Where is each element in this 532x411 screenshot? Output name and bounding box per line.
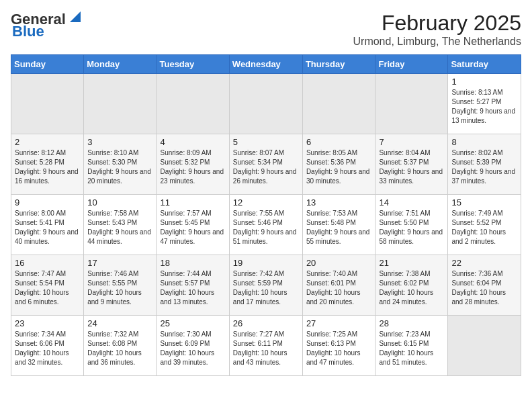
calendar-cell bbox=[229, 74, 302, 134]
day-number: 3 bbox=[87, 137, 152, 147]
calendar-cell: 23Sunrise: 7:34 AM Sunset: 6:06 PM Dayli… bbox=[11, 316, 84, 376]
day-info: Sunrise: 7:46 AM Sunset: 5:55 PM Dayligh… bbox=[87, 269, 152, 307]
calendar-cell: 8Sunrise: 8:02 AM Sunset: 5:39 PM Daylig… bbox=[448, 134, 521, 195]
calendar-cell: 26Sunrise: 7:27 AM Sunset: 6:11 PM Dayli… bbox=[229, 316, 302, 376]
day-number: 25 bbox=[160, 318, 225, 328]
weekday-header: Friday bbox=[375, 55, 448, 74]
calendar-cell: 24Sunrise: 7:32 AM Sunset: 6:08 PM Dayli… bbox=[84, 316, 157, 376]
calendar-cell: 9Sunrise: 8:00 AM Sunset: 5:41 PM Daylig… bbox=[11, 195, 84, 255]
day-number: 1 bbox=[451, 77, 517, 87]
calendar-week-row: 1Sunrise: 8:13 AM Sunset: 5:27 PM Daylig… bbox=[11, 74, 521, 134]
calendar-header-row: SundayMondayTuesdayWednesdayThursdayFrid… bbox=[11, 55, 521, 74]
calendar-cell: 14Sunrise: 7:51 AM Sunset: 5:50 PM Dayli… bbox=[375, 195, 448, 255]
location-title: Urmond, Limburg, The Netherlands bbox=[353, 36, 522, 48]
logo: General Blue bbox=[11, 11, 83, 40]
calendar-cell: 22Sunrise: 7:36 AM Sunset: 6:04 PM Dayli… bbox=[448, 255, 521, 316]
day-info: Sunrise: 7:42 AM Sunset: 5:59 PM Dayligh… bbox=[233, 269, 299, 307]
day-number: 17 bbox=[87, 258, 152, 268]
day-number: 23 bbox=[15, 318, 80, 328]
day-number: 16 bbox=[15, 258, 80, 268]
calendar-week-row: 9Sunrise: 8:00 AM Sunset: 5:41 PM Daylig… bbox=[11, 195, 521, 255]
day-info: Sunrise: 7:27 AM Sunset: 6:11 PM Dayligh… bbox=[233, 330, 299, 367]
day-info: Sunrise: 7:34 AM Sunset: 6:06 PM Dayligh… bbox=[15, 330, 80, 367]
day-info: Sunrise: 8:07 AM Sunset: 5:34 PM Dayligh… bbox=[233, 148, 299, 186]
calendar-week-row: 16Sunrise: 7:47 AM Sunset: 5:54 PM Dayli… bbox=[11, 255, 521, 316]
logo-blue: Blue bbox=[12, 23, 44, 40]
weekday-header: Sunday bbox=[11, 55, 84, 74]
day-info: Sunrise: 8:09 AM Sunset: 5:32 PM Dayligh… bbox=[160, 148, 225, 186]
calendar-cell bbox=[302, 74, 375, 134]
calendar-cell bbox=[375, 74, 448, 134]
calendar-cell: 25Sunrise: 7:30 AM Sunset: 6:09 PM Dayli… bbox=[157, 316, 229, 376]
day-number: 2 bbox=[15, 137, 80, 147]
day-info: Sunrise: 8:00 AM Sunset: 5:41 PM Dayligh… bbox=[15, 209, 80, 246]
calendar-cell: 19Sunrise: 7:42 AM Sunset: 5:59 PM Dayli… bbox=[229, 255, 302, 316]
svg-marker-0 bbox=[70, 11, 81, 22]
day-info: Sunrise: 8:05 AM Sunset: 5:36 PM Dayligh… bbox=[306, 148, 372, 186]
weekday-header: Wednesday bbox=[229, 55, 302, 74]
day-info: Sunrise: 7:32 AM Sunset: 6:08 PM Dayligh… bbox=[87, 330, 152, 367]
day-info: Sunrise: 8:02 AM Sunset: 5:39 PM Dayligh… bbox=[451, 148, 517, 186]
day-number: 24 bbox=[87, 318, 152, 328]
calendar-cell: 7Sunrise: 8:04 AM Sunset: 5:37 PM Daylig… bbox=[375, 134, 448, 195]
calendar-cell bbox=[11, 74, 84, 134]
day-number: 15 bbox=[451, 197, 517, 208]
day-info: Sunrise: 7:55 AM Sunset: 5:46 PM Dayligh… bbox=[233, 209, 299, 246]
day-number: 19 bbox=[233, 258, 299, 268]
day-info: Sunrise: 8:10 AM Sunset: 5:30 PM Dayligh… bbox=[87, 148, 152, 186]
day-info: Sunrise: 7:25 AM Sunset: 6:13 PM Dayligh… bbox=[306, 330, 372, 367]
calendar-cell: 11Sunrise: 7:57 AM Sunset: 5:45 PM Dayli… bbox=[157, 195, 229, 255]
day-number: 6 bbox=[306, 137, 372, 147]
day-number: 18 bbox=[160, 258, 225, 268]
day-number: 9 bbox=[15, 197, 80, 208]
calendar-cell: 3Sunrise: 8:10 AM Sunset: 5:30 PM Daylig… bbox=[84, 134, 157, 195]
day-info: Sunrise: 7:44 AM Sunset: 5:57 PM Dayligh… bbox=[160, 269, 225, 307]
calendar-week-row: 2Sunrise: 8:12 AM Sunset: 5:28 PM Daylig… bbox=[11, 134, 521, 195]
calendar-cell: 21Sunrise: 7:38 AM Sunset: 6:02 PM Dayli… bbox=[375, 255, 448, 316]
calendar-cell: 5Sunrise: 8:07 AM Sunset: 5:34 PM Daylig… bbox=[229, 134, 302, 195]
day-number: 8 bbox=[451, 137, 517, 147]
day-number: 13 bbox=[306, 197, 372, 208]
day-number: 28 bbox=[379, 318, 444, 328]
day-info: Sunrise: 7:23 AM Sunset: 6:15 PM Dayligh… bbox=[379, 330, 444, 367]
day-info: Sunrise: 7:47 AM Sunset: 5:54 PM Dayligh… bbox=[15, 269, 80, 307]
calendar-cell bbox=[157, 74, 229, 134]
day-number: 5 bbox=[233, 137, 299, 147]
day-number: 7 bbox=[379, 137, 444, 147]
calendar-cell bbox=[84, 74, 157, 134]
day-number: 11 bbox=[160, 197, 225, 208]
calendar-cell: 27Sunrise: 7:25 AM Sunset: 6:13 PM Dayli… bbox=[302, 316, 375, 376]
day-info: Sunrise: 8:12 AM Sunset: 5:28 PM Dayligh… bbox=[15, 148, 80, 186]
calendar-cell: 18Sunrise: 7:44 AM Sunset: 5:57 PM Dayli… bbox=[157, 255, 229, 316]
logo-icon bbox=[67, 9, 83, 25]
calendar-cell: 28Sunrise: 7:23 AM Sunset: 6:15 PM Dayli… bbox=[375, 316, 448, 376]
weekday-header: Thursday bbox=[302, 55, 375, 74]
weekday-header: Monday bbox=[84, 55, 157, 74]
day-info: Sunrise: 7:51 AM Sunset: 5:50 PM Dayligh… bbox=[379, 209, 444, 246]
weekday-header: Saturday bbox=[448, 55, 521, 74]
day-number: 22 bbox=[451, 258, 517, 268]
day-number: 4 bbox=[160, 137, 225, 147]
day-number: 21 bbox=[379, 258, 444, 268]
day-info: Sunrise: 7:36 AM Sunset: 6:04 PM Dayligh… bbox=[451, 269, 517, 307]
calendar-cell: 16Sunrise: 7:47 AM Sunset: 5:54 PM Dayli… bbox=[11, 255, 84, 316]
day-info: Sunrise: 7:49 AM Sunset: 5:52 PM Dayligh… bbox=[451, 209, 517, 246]
calendar-cell: 17Sunrise: 7:46 AM Sunset: 5:55 PM Dayli… bbox=[84, 255, 157, 316]
day-number: 26 bbox=[233, 318, 299, 328]
calendar-cell: 13Sunrise: 7:53 AM Sunset: 5:48 PM Dayli… bbox=[302, 195, 375, 255]
day-info: Sunrise: 7:53 AM Sunset: 5:48 PM Dayligh… bbox=[306, 209, 372, 246]
day-info: Sunrise: 7:30 AM Sunset: 6:09 PM Dayligh… bbox=[160, 330, 225, 367]
day-info: Sunrise: 7:58 AM Sunset: 5:43 PM Dayligh… bbox=[87, 209, 152, 246]
day-info: Sunrise: 7:57 AM Sunset: 5:45 PM Dayligh… bbox=[160, 209, 225, 246]
weekday-header: Tuesday bbox=[157, 55, 229, 74]
calendar-cell bbox=[448, 316, 521, 376]
calendar-week-row: 23Sunrise: 7:34 AM Sunset: 6:06 PM Dayli… bbox=[11, 316, 521, 376]
page-header: General Blue February 2025 Urmond, Limbu… bbox=[11, 11, 521, 48]
day-info: Sunrise: 8:13 AM Sunset: 5:27 PM Dayligh… bbox=[451, 88, 517, 126]
day-number: 10 bbox=[87, 197, 152, 208]
day-number: 14 bbox=[379, 197, 444, 208]
day-info: Sunrise: 7:40 AM Sunset: 6:01 PM Dayligh… bbox=[306, 269, 372, 307]
calendar-cell: 4Sunrise: 8:09 AM Sunset: 5:32 PM Daylig… bbox=[157, 134, 229, 195]
day-info: Sunrise: 7:38 AM Sunset: 6:02 PM Dayligh… bbox=[379, 269, 444, 307]
calendar-cell: 6Sunrise: 8:05 AM Sunset: 5:36 PM Daylig… bbox=[302, 134, 375, 195]
